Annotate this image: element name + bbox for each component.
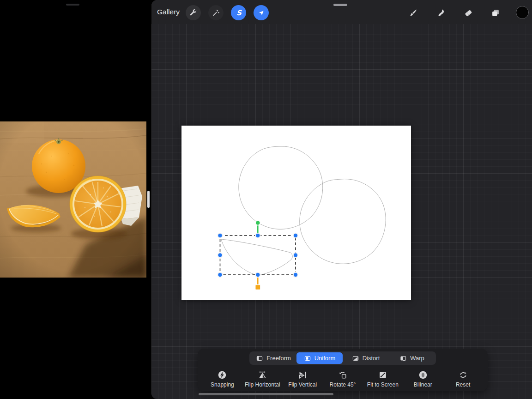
tab-freeform[interactable]: Freeform — [250, 352, 296, 364]
transform-panel: Freeform Uniform Distort — [198, 349, 488, 391]
eraser-tool-button[interactable] — [460, 5, 476, 20]
sketch-strokes — [221, 146, 386, 275]
action-label: Flip Vertical — [288, 381, 317, 388]
drawing-canvas[interactable] — [181, 126, 411, 300]
layers-icon — [490, 8, 501, 18]
handle-top-center[interactable] — [255, 233, 260, 238]
selection-marquee[interactable] — [220, 236, 296, 275]
eraser-icon — [463, 8, 473, 18]
flip-vertical-button[interactable]: Flip Vertical — [283, 368, 323, 389]
uniform-icon — [304, 355, 311, 362]
orange-reference-photo — [0, 121, 146, 278]
smudge-icon — [436, 8, 446, 18]
tab-label: Freeform — [266, 355, 291, 362]
sketch-slice — [221, 239, 292, 275]
sketch-circle-1 — [239, 146, 323, 229]
top-toolbar: Gallery S — [151, 0, 532, 24]
fit-to-screen-icon — [378, 370, 388, 380]
action-label: Flip Horizontal — [245, 381, 280, 388]
action-label: Fit to Screen — [367, 381, 399, 388]
procreate-pane: Gallery S — [151, 0, 532, 399]
rotate-handle[interactable] — [255, 220, 260, 225]
home-indicator[interactable] — [199, 393, 333, 395]
action-label: Rotate 45° — [330, 381, 356, 388]
handle-bottom-center[interactable] — [255, 272, 260, 277]
snapping-icon — [217, 370, 227, 380]
action-label: Bilinear — [414, 381, 432, 388]
layers-button[interactable] — [488, 5, 503, 20]
handle-bottom-right[interactable] — [293, 272, 298, 277]
color-swatch[interactable] — [516, 6, 529, 19]
flip-vertical-icon — [297, 370, 308, 380]
sketch-circle-2 — [300, 179, 386, 264]
handle-top-left[interactable] — [218, 233, 222, 238]
adjustments-button[interactable] — [208, 5, 224, 20]
wrench-icon — [189, 8, 198, 17]
action-label: Reset — [456, 381, 470, 388]
smudge-tool-button[interactable] — [433, 5, 448, 20]
bilinear-icon — [418, 370, 428, 380]
adjust-node-handle[interactable] — [255, 285, 260, 290]
transform-actions: Snapping Flip Horizontal — [202, 368, 483, 389]
split-view-divider-handle[interactable] — [147, 191, 150, 208]
svg-text:S: S — [236, 9, 242, 17]
reset-icon — [458, 370, 468, 380]
reference-photo-pane — [0, 0, 146, 399]
tab-label: Distort — [363, 355, 380, 362]
fit-to-screen-button[interactable]: Fit to Screen — [363, 368, 403, 389]
transform-arrow-icon — [257, 8, 266, 18]
transform-mode-tabs: Freeform Uniform Distort — [249, 351, 436, 365]
tab-label: Warp — [410, 355, 424, 362]
flip-horizontal-icon — [257, 370, 267, 380]
flip-horizontal-button[interactable]: Flip Horizontal — [242, 368, 283, 389]
handle-mid-right[interactable] — [293, 253, 298, 257]
magic-wand-icon — [212, 8, 220, 17]
gallery-button[interactable]: Gallery — [157, 0, 180, 24]
handle-top-right[interactable] — [293, 233, 298, 238]
ipad-screen: Gallery S — [0, 0, 532, 399]
selection-tool-button[interactable]: S — [231, 5, 246, 20]
handle-mid-left[interactable] — [218, 253, 222, 257]
brush-tool-button[interactable] — [405, 5, 421, 20]
procreate-window-drag-handle[interactable] — [333, 4, 347, 6]
tab-uniform[interactable]: Uniform — [296, 352, 343, 364]
selection-handles — [218, 233, 298, 277]
reset-button[interactable]: Reset — [443, 368, 483, 389]
transform-tool-button[interactable] — [254, 5, 269, 20]
tab-distort[interactable]: Distort — [343, 352, 389, 364]
bilinear-button[interactable]: Bilinear — [403, 368, 443, 389]
rotate-45-icon — [338, 370, 348, 380]
transform-selection — [218, 220, 298, 290]
snapping-button[interactable]: Snapping — [202, 368, 242, 389]
freeform-icon — [256, 355, 263, 362]
tab-warp[interactable]: Warp — [389, 352, 435, 364]
brush-icon — [408, 8, 418, 18]
warp-icon — [399, 355, 407, 362]
selection-s-icon: S — [234, 8, 244, 18]
distort-icon — [352, 355, 359, 362]
actions-button[interactable] — [186, 5, 201, 20]
rotate-45-button[interactable]: Rotate 45° — [323, 368, 363, 389]
handle-bottom-left[interactable] — [218, 272, 222, 277]
left-window-drag-handle[interactable] — [66, 4, 79, 6]
tab-label: Uniform — [314, 355, 336, 362]
action-label: Snapping — [211, 381, 234, 388]
